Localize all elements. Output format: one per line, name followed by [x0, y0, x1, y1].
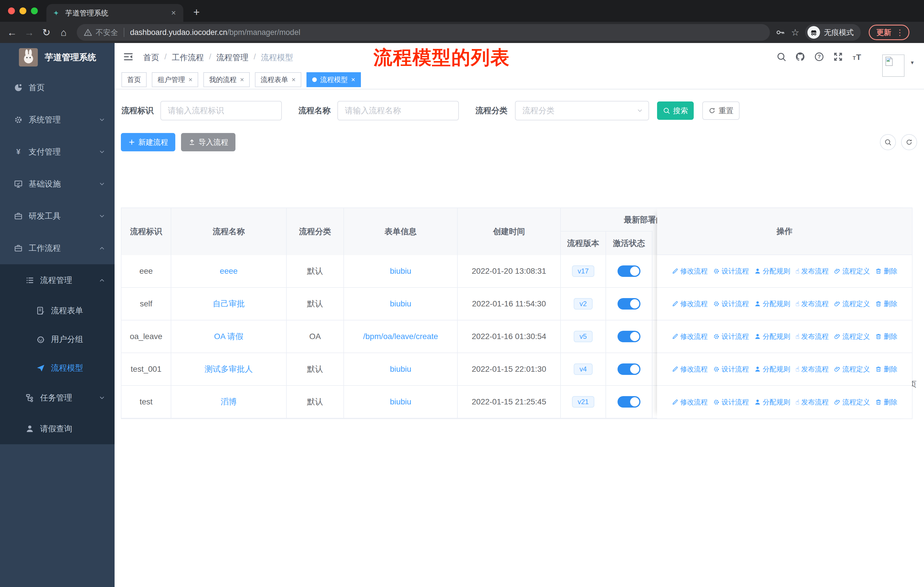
close-icon[interactable]: ×: [292, 76, 295, 84]
window-minimize-button[interactable]: [20, 7, 26, 14]
process-definition-link[interactable]: 流程定义: [834, 266, 870, 276]
form-link[interactable]: biubiu: [390, 365, 411, 374]
publish-process-link[interactable]: ☝发布流程: [795, 365, 829, 374]
delete-link[interactable]: 删除: [875, 365, 898, 374]
tag-home[interactable]: 首页: [121, 72, 147, 87]
assign-rule-link[interactable]: 分配规则: [754, 398, 790, 407]
help-icon[interactable]: [814, 51, 824, 62]
breadcrumb-item[interactable]: 首页: [143, 52, 159, 63]
font-size-icon[interactable]: [852, 51, 862, 62]
sidebar-item-home[interactable]: 首页: [0, 72, 115, 104]
fullscreen-icon[interactable]: [833, 51, 843, 62]
sidebar-item-leave-query[interactable]: 请假查询: [0, 413, 115, 444]
search-button[interactable]: 搜索: [657, 101, 694, 120]
sidebar-item-system[interactable]: 系统管理: [0, 104, 115, 136]
publish-process-link[interactable]: ☝发布流程: [795, 299, 829, 308]
active-toggle[interactable]: [617, 331, 640, 342]
assign-rule-link[interactable]: 分配规则: [754, 365, 790, 374]
modify-process-link[interactable]: 修改流程: [672, 398, 708, 407]
version-badge[interactable]: v21: [572, 396, 595, 408]
design-process-link[interactable]: 设计流程: [713, 332, 749, 341]
new-tab-button[interactable]: +: [189, 5, 204, 20]
process-name-link[interactable]: OA 请假: [214, 331, 243, 342]
process-name-link[interactable]: 测试多审批人: [205, 364, 253, 375]
assign-rule-link[interactable]: 分配规则: [754, 266, 790, 276]
modify-process-link[interactable]: 修改流程: [672, 266, 708, 276]
tag-process-form[interactable]: 流程表单×: [255, 72, 301, 87]
active-toggle[interactable]: [617, 265, 640, 277]
browser-tab[interactable]: 芋道管理系统 ×: [46, 4, 183, 22]
browser-update-button[interactable]: 更新 ⋮: [869, 25, 909, 40]
active-toggle[interactable]: [617, 298, 640, 309]
sidebar-item-process-model[interactable]: 流程模型: [0, 354, 115, 382]
process-category-select[interactable]: [515, 101, 649, 121]
close-icon[interactable]: ×: [240, 76, 244, 84]
window-zoom-button[interactable]: [31, 7, 38, 14]
process-definition-link[interactable]: 流程定义: [834, 398, 870, 407]
form-link[interactable]: biubiu: [390, 299, 411, 308]
active-toggle[interactable]: [617, 396, 640, 408]
reload-icon[interactable]: ↻: [38, 26, 55, 38]
refresh-table-button[interactable]: [901, 134, 917, 150]
back-icon[interactable]: ←: [3, 27, 21, 38]
close-icon[interactable]: ×: [351, 76, 355, 84]
process-name-link[interactable]: eeee: [220, 266, 238, 276]
process-category-select-input[interactable]: [515, 101, 649, 121]
form-link[interactable]: /bpm/oa/leave/create: [363, 332, 438, 341]
update-label[interactable]: 更新: [876, 28, 891, 38]
assign-rule-link[interactable]: 分配规则: [754, 332, 790, 341]
version-badge[interactable]: v5: [574, 331, 592, 342]
reset-button[interactable]: 重置: [702, 101, 739, 120]
publish-process-link[interactable]: ☝发布流程: [795, 266, 829, 276]
avatar[interactable]: [882, 55, 904, 77]
process-definition-link[interactable]: 流程定义: [834, 332, 870, 341]
delete-link[interactable]: 删除: [875, 332, 898, 341]
window-close-button[interactable]: [8, 7, 15, 14]
delete-link[interactable]: 删除: [875, 266, 898, 276]
modify-process-link[interactable]: 修改流程: [672, 365, 708, 374]
process-id-input[interactable]: [160, 101, 282, 121]
tag-my-process[interactable]: 我的流程×: [203, 72, 250, 87]
design-process-link[interactable]: 设计流程: [713, 365, 749, 374]
process-definition-link[interactable]: 流程定义: [834, 365, 870, 374]
tab-close-icon[interactable]: ×: [170, 8, 178, 18]
assign-rule-link[interactable]: 分配规则: [754, 299, 790, 308]
create-process-button[interactable]: 新建流程: [121, 133, 175, 151]
sidebar-collapse-icon[interactable]: [123, 51, 134, 62]
breadcrumb-item[interactable]: 工作流程: [172, 52, 204, 63]
sidebar-item-workflow[interactable]: 工作流程: [0, 232, 115, 264]
sidebar-item-process-form[interactable]: 流程表单: [0, 296, 115, 325]
delete-link[interactable]: 删除: [875, 299, 898, 308]
design-process-link[interactable]: 设计流程: [713, 299, 749, 308]
breadcrumb-item[interactable]: 流程管理: [216, 52, 249, 63]
process-name-link[interactable]: 滔博: [221, 397, 237, 407]
design-process-link[interactable]: 设计流程: [713, 266, 749, 276]
sidebar-item-process-management[interactable]: 流程管理: [0, 264, 115, 296]
sidebar-item-user-group[interactable]: 用户分组: [0, 325, 115, 354]
process-definition-link[interactable]: 流程定义: [834, 299, 870, 308]
process-name-input[interactable]: [337, 101, 459, 121]
security-label[interactable]: 不安全: [96, 28, 118, 38]
show-search-button[interactable]: [880, 134, 896, 150]
sidebar-item-task-management[interactable]: 任务管理: [0, 382, 115, 413]
process-name-link[interactable]: 自己审批: [213, 298, 245, 309]
import-process-button[interactable]: 导入流程: [181, 133, 236, 151]
browser-menu-icon[interactable]: ⋮: [896, 28, 904, 37]
modify-process-link[interactable]: 修改流程: [672, 332, 708, 341]
delete-link[interactable]: 删除: [875, 398, 898, 407]
form-link[interactable]: biubiu: [390, 397, 411, 407]
home-icon[interactable]: ⌂: [55, 27, 72, 38]
sidebar-item-infra[interactable]: 基础设施: [0, 168, 115, 200]
publish-process-link[interactable]: ☝发布流程: [795, 332, 829, 341]
version-badge[interactable]: v17: [572, 265, 595, 277]
close-icon[interactable]: ×: [188, 76, 193, 84]
sidebar-item-devtools[interactable]: 研发工具: [0, 200, 115, 232]
tag-process-model[interactable]: 流程模型×: [307, 72, 361, 87]
version-badge[interactable]: v4: [574, 364, 592, 375]
password-key-icon[interactable]: [776, 28, 785, 37]
address-bar[interactable]: 不安全 dashboard.yudao.iocoder.cn/bpm/manag…: [77, 24, 770, 41]
modify-process-link[interactable]: 修改流程: [672, 299, 708, 308]
form-link[interactable]: biubiu: [390, 266, 411, 276]
sidebar-item-payment[interactable]: 支付管理: [0, 136, 115, 168]
bookmark-star-icon[interactable]: ☆: [791, 27, 799, 38]
